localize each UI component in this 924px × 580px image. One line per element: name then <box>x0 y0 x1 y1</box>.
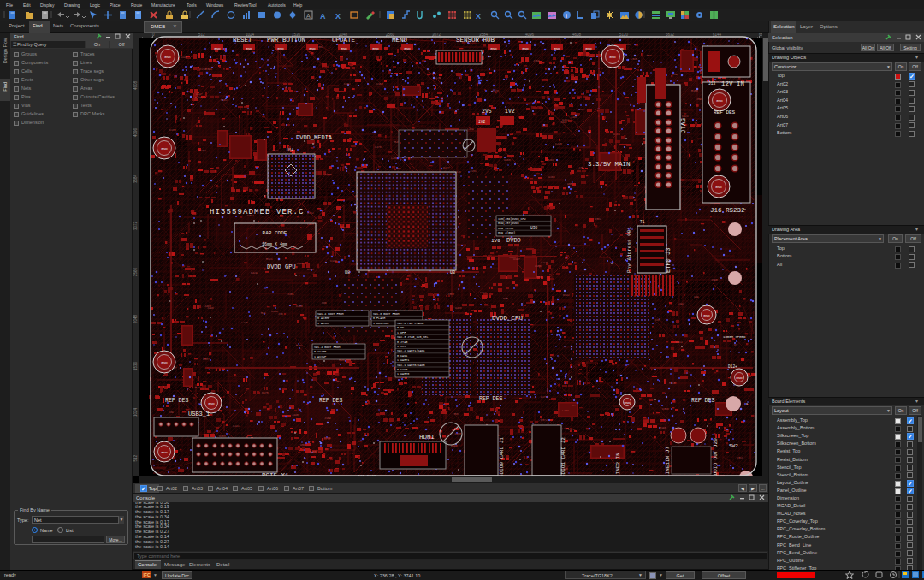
svg-text:GND: GND <box>161 147 168 151</box>
svg-text:D175: D175 <box>262 391 269 394</box>
svg-text:R321: R321 <box>266 257 273 261</box>
svg-text:HI3559ADMEB VER.C: HI3559ADMEB VER.C <box>210 208 305 216</box>
svg-text:LINE1IN J7: LINE1IN J7 <box>665 447 671 477</box>
svg-text:GND: GND <box>372 47 379 50</box>
svg-text:0 ON: 0 ON <box>397 326 404 329</box>
svg-text:D384: D384 <box>595 217 601 221</box>
svg-text:U30: U30 <box>530 226 537 230</box>
svg-text:U49: U49 <box>694 295 699 299</box>
svg-text:D93: D93 <box>503 297 508 300</box>
svg-text:R460: R460 <box>310 450 317 453</box>
svg-text:R250: R250 <box>586 55 593 58</box>
svg-text:D12+: D12+ <box>728 364 737 369</box>
svg-text:U260: U260 <box>504 158 511 162</box>
svg-text:L246: L246 <box>241 321 248 324</box>
svg-text:L345: L345 <box>631 57 637 61</box>
svg-text:R102: R102 <box>221 98 228 102</box>
svg-text:J131: J131 <box>470 169 477 173</box>
svg-text:GND: GND <box>716 99 723 103</box>
svg-text:L476: L476 <box>375 145 382 149</box>
svg-text:12V IN: 12V IN <box>721 80 744 87</box>
svg-text:U271: U271 <box>541 395 548 399</box>
svg-text:PWR BUTTON: PWR BUTTON <box>267 37 305 44</box>
svg-text:0 ASAMP: 0 ASAMP <box>314 350 326 353</box>
svg-text:0V9 4(GND): 0V9 4(GND) <box>498 231 515 234</box>
svg-text:SW1.4 BOOT FROM: SW1.4 BOOT FROM <box>317 312 344 316</box>
svg-text:J358: J358 <box>536 275 542 279</box>
svg-text:SW2.4 PWR STARUP: SW2.4 PWR STARUP <box>397 322 425 325</box>
svg-text:C163: C163 <box>376 82 383 86</box>
svg-text:R246: R246 <box>271 310 278 313</box>
svg-text:1 I2S: 1 I2S <box>397 345 406 348</box>
svg-text:1V2: 1V2 <box>505 109 515 115</box>
svg-text:1 UART1: 1 UART1 <box>397 358 409 362</box>
svg-text:J169: J169 <box>324 417 331 420</box>
svg-text:DVDD_CPU: DVDD_CPU <box>492 315 523 322</box>
svg-text:C66: C66 <box>322 301 327 305</box>
svg-text:2V5: 2V5 <box>482 109 492 115</box>
svg-text:GND: GND <box>703 314 710 317</box>
svg-text:C118: C118 <box>330 259 337 263</box>
svg-text:1 AS3LP: 1 AS3LP <box>317 322 329 325</box>
svg-text:C87: C87 <box>655 318 660 322</box>
svg-text:C341: C341 <box>272 149 279 152</box>
svg-text:ETH0 J3: ETH0 J3 <box>665 248 672 273</box>
svg-text:C240: C240 <box>555 142 562 145</box>
svg-text:J217: J217 <box>578 108 585 111</box>
svg-text:C460: C460 <box>325 173 332 176</box>
svg-text:U8: U8 <box>345 270 350 275</box>
svg-text:U429: U429 <box>613 133 620 136</box>
svg-text:1 ASSUP: 1 ASSUP <box>314 355 326 358</box>
svg-text:R87: R87 <box>454 412 459 416</box>
svg-text:REF DES: REF DES <box>319 398 342 404</box>
svg-text:SDIO0 CARD J1: SDIO0 CARD J1 <box>499 437 505 477</box>
svg-text:J169: J169 <box>533 59 540 62</box>
svg-text:3.3/5V MAIN: 3.3/5V MAIN <box>588 161 631 168</box>
svg-text:L437: L437 <box>562 409 569 412</box>
svg-text:U54: U54 <box>300 443 305 447</box>
svg-text:J28: J28 <box>341 226 346 229</box>
svg-text:GND: GND <box>309 47 316 50</box>
svg-text:R261: R261 <box>296 344 303 347</box>
svg-text:0 CAN1: 0 CAN1 <box>397 354 407 358</box>
svg-text:L106: L106 <box>394 167 401 170</box>
svg-text:SENSOR HUB: SENSOR HUB <box>456 37 495 44</box>
svg-text:C240: C240 <box>181 56 187 59</box>
svg-text:C280: C280 <box>296 305 303 308</box>
svg-text:R110: R110 <box>669 382 676 385</box>
svg-text:J498: J498 <box>207 306 214 310</box>
svg-text:GND: GND <box>161 451 168 454</box>
svg-text:UPDATE: UPDATE <box>332 37 356 44</box>
svg-text:GND: GND <box>404 47 411 50</box>
svg-text:REF DES: REF DES <box>479 396 502 402</box>
svg-text:SW2.3 JTAG_125_SEL: SW2.3 JTAG_125_SEL <box>397 335 429 339</box>
svg-text:MENU: MENU <box>392 37 407 44</box>
svg-text:1V0(J36)DVDD_CPU: 1V0(J36)DVDD_CPU <box>498 217 526 221</box>
svg-text:Phy Address 001: Phy Address 001 <box>626 227 632 273</box>
svg-text:D360: D360 <box>307 268 314 271</box>
svg-text:U266: U266 <box>548 175 555 179</box>
svg-text:SDIO1 CARD J2: SDIO1 CARD J2 <box>560 437 566 477</box>
svg-text:D103: D103 <box>219 435 226 438</box>
svg-text:GND: GND <box>624 401 631 405</box>
svg-text:L89: L89 <box>672 73 678 76</box>
svg-text:1000M SPEED: 1000M SPEED <box>723 335 746 339</box>
svg-text:J390: J390 <box>711 278 718 281</box>
svg-text:X: X <box>335 12 341 21</box>
svg-text:GND: GND <box>161 361 168 364</box>
svg-text:U197: U197 <box>513 257 520 261</box>
svg-text:0 JTAG: 0 JTAG <box>397 340 407 344</box>
svg-text:GND: GND <box>490 47 497 50</box>
svg-text:X: X <box>476 12 481 21</box>
svg-text:GND: GND <box>164 56 171 59</box>
svg-text:J440: J440 <box>292 413 299 417</box>
svg-text:D372: D372 <box>541 418 548 422</box>
svg-text:DVDD: DVDD <box>506 237 521 244</box>
svg-text:R134: R134 <box>199 149 206 152</box>
svg-text:GND: GND <box>554 47 560 50</box>
svg-text:J442: J442 <box>560 121 567 124</box>
svg-text:USB3_1: USB3_1 <box>188 411 210 417</box>
svg-text:R273: R273 <box>195 96 202 99</box>
svg-text:D277: D277 <box>443 166 450 169</box>
svg-text:D337: D337 <box>203 358 210 361</box>
